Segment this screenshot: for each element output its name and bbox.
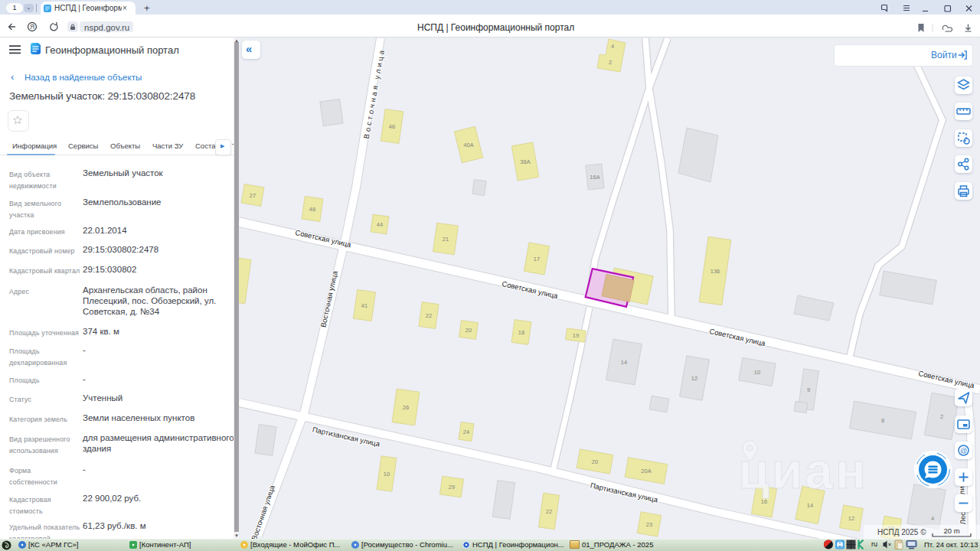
svg-text:22: 22 [426,312,432,319]
svg-text:14: 14 [807,502,813,509]
svg-text:20: 20 [592,458,598,465]
svg-text:12: 12 [848,515,854,522]
svg-text:8: 8 [881,417,884,424]
svg-text:@: @ [960,447,967,455]
svg-text:27: 27 [250,192,256,199]
svg-text:48: 48 [309,206,315,213]
svg-text:12: 12 [691,375,697,382]
svg-text:29: 29 [449,484,455,491]
svg-text:2: 2 [609,59,612,66]
svg-text:10: 10 [384,471,390,478]
svg-text:22: 22 [546,508,552,515]
svg-text:20 m: 20 m [943,527,959,535]
svg-text:Я: Я [30,23,34,31]
svg-text:4: 4 [611,43,614,50]
svg-text:10: 10 [754,369,760,376]
svg-text:20: 20 [466,327,472,334]
svg-text:136: 136 [710,268,720,275]
svg-text:23: 23 [646,521,652,528]
svg-text:20А: 20А [641,468,651,474]
svg-text:46: 46 [389,123,395,130]
svg-text:40А: 40А [463,142,473,148]
svg-text:циан: циан [738,442,868,499]
svg-text:16А: 16А [590,174,599,181]
svg-text:9: 9 [807,386,810,393]
svg-text:19: 19 [573,332,579,339]
svg-text:26: 26 [403,404,409,411]
svg-text:41: 41 [361,302,368,309]
svg-text:НСПД 2025 ©: НСПД 2025 © [877,528,926,536]
svg-text:38А: 38А [520,158,530,165]
svg-text:4: 4 [931,515,934,522]
svg-text:2: 2 [940,413,943,420]
svg-text:24: 24 [463,429,469,435]
svg-text:18: 18 [518,329,524,336]
svg-text:17: 17 [534,256,540,262]
svg-text:14: 14 [621,359,627,366]
svg-text:21: 21 [443,236,449,243]
svg-text:44: 44 [377,221,383,228]
